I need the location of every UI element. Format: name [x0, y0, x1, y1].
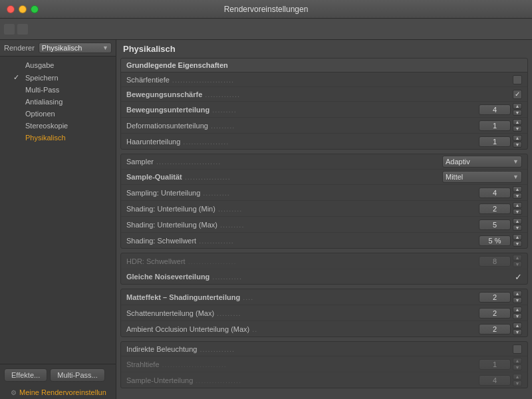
window-controls[interactable]	[7, 5, 39, 13]
stepper-shading-min[interactable]: ▲ ▼	[513, 202, 522, 215]
input-sampling-unterteilung[interactable]: 4	[479, 188, 511, 198]
stepper-down-bewegungsunterteilung[interactable]: ▼	[513, 110, 522, 116]
control-shading-max[interactable]: 5 ▲ ▼	[479, 218, 522, 231]
stepper-bewegungsunterteilung[interactable]: ▲ ▼	[513, 103, 522, 116]
input-shading-max[interactable]: 5	[479, 219, 511, 230]
checkbox-indirekte-beleuchtung[interactable]	[513, 344, 522, 354]
stepper-up-shading-max[interactable]: ▲	[513, 218, 522, 224]
checkbox-schaerfe[interactable]	[513, 75, 522, 84]
control-bewegungsunschaerfe[interactable]: ✓	[513, 90, 522, 99]
input-haarunterteilung[interactable]: 1	[479, 136, 511, 147]
control-shading-schwellwert[interactable]: 5 % ▲ ▼	[479, 234, 522, 247]
stepper-down-shading-max[interactable]: ▼	[513, 225, 522, 231]
stepper-matteffekt[interactable]: ▲ ▼	[513, 291, 522, 303]
stepper-sampling-unterteilung[interactable]: ▲ ▼	[513, 186, 522, 199]
control-matteffekt[interactable]: 2 ▲ ▼	[479, 291, 522, 303]
stepper-up-sampling[interactable]: ▲	[513, 186, 522, 192]
control-strahltiefe[interactable]: 1 ▲ ▼	[479, 358, 522, 370]
sidebar-item-stereoskopie[interactable]: Stereoskopie	[0, 120, 116, 132]
stepper-up-matteffekt[interactable]: ▲	[513, 291, 522, 297]
row-gleiche-noise: Gleiche Noiseverteilung ........... ✓	[121, 269, 527, 284]
row-shading-schwellwert: Shading: Schwellwert ............. 5 % ▲…	[121, 233, 527, 248]
sidebar-item-multipass[interactable]: Multi-Pass	[0, 84, 116, 96]
control-hdr-schwellwert[interactable]: 8 ▲ ▼	[479, 255, 522, 267]
stepper-strahltiefe[interactable]: ▲ ▼	[513, 358, 522, 370]
stepper-up-bewegungsunterteilung[interactable]: ▲	[513, 103, 522, 109]
multi-pass-button[interactable]: Multi-Pass...	[50, 368, 105, 382]
stepper-up-deformationsunterteilung[interactable]: ▲	[513, 119, 522, 125]
stepper-shading-max[interactable]: ▲ ▼	[513, 218, 522, 231]
input-sample-unterteilung[interactable]: 4	[479, 375, 511, 386]
dropdown-sampler[interactable]: Adaptiv ▼	[442, 156, 522, 168]
stepper-schattenunterteilung[interactable]: ▲ ▼	[513, 307, 522, 319]
stepper-up-sample-unterteilung[interactable]: ▲	[513, 374, 522, 380]
stepper-up-strahltiefe[interactable]: ▲	[513, 358, 522, 364]
control-gleiche-noise[interactable]: ✓	[515, 272, 522, 282]
input-bewegungsunterteilung[interactable]: 4	[479, 104, 511, 115]
input-shading-min[interactable]: 2	[479, 203, 511, 214]
checkbox-bewegungsunschaerfe[interactable]: ✓	[513, 90, 522, 99]
close-button[interactable]	[7, 5, 15, 13]
sidebar-item-ausgabe[interactable]: Ausgabe	[0, 59, 116, 71]
stepper-down-sampling[interactable]: ▼	[513, 193, 522, 199]
dropdown-sample-qualitaet[interactable]: Mittel ▼	[442, 171, 522, 183]
stepper-sample-unterteilung[interactable]: ▲ ▼	[513, 374, 522, 386]
input-hdr-schwellwert[interactable]: 8	[479, 256, 511, 267]
stepper-ambient-occlusion[interactable]: ▲ ▼	[513, 323, 522, 335]
toolbar-icon-1[interactable]	[4, 24, 15, 35]
sidebar-item-speichern[interactable]: ✓ Speichern	[0, 71, 116, 84]
stepper-up-haarunterteilung[interactable]: ▲	[513, 135, 522, 141]
effekte-button[interactable]: Effekte...	[4, 368, 47, 382]
control-haarunterteilung[interactable]: 1 ▲ ▼	[479, 135, 522, 148]
row-schaerfe: Schärfentiefe .......................	[121, 72, 527, 87]
sidebar-item-physikalisch[interactable]: Physikalisch	[0, 132, 116, 144]
preset-item[interactable]: ⚙ Meine Rendervoreinstellun	[0, 386, 116, 399]
input-matteffekt[interactable]: 2	[479, 292, 511, 303]
control-ambient-occlusion[interactable]: 2 ▲ ▼	[479, 323, 522, 335]
stepper-up-shading-schwellwert[interactable]: ▲	[513, 234, 522, 240]
stepper-deformationsunterteilung[interactable]: ▲ ▼	[513, 119, 522, 132]
control-sample-unterteilung[interactable]: 4 ▲ ▼	[479, 374, 522, 386]
control-deformationsunterteilung[interactable]: 1 ▲ ▼	[479, 119, 522, 132]
stepper-down-hdr[interactable]: ▼	[513, 261, 522, 267]
stepper-down-shading-schwellwert[interactable]: ▼	[513, 241, 522, 247]
control-schattenunterteilung[interactable]: 2 ▲ ▼	[479, 307, 522, 319]
stepper-hdr-schwellwert[interactable]: ▲ ▼	[513, 255, 522, 267]
stepper-haarunterteilung[interactable]: ▲ ▼	[513, 135, 522, 148]
control-bewegungsunterteilung[interactable]: 4 ▲ ▼	[479, 103, 522, 116]
toolbar-icon-2[interactable]	[17, 24, 28, 35]
stepper-down-sample-unterteilung[interactable]: ▼	[513, 380, 522, 386]
stepper-down-deformationsunterteilung[interactable]: ▼	[513, 126, 522, 132]
control-sampler[interactable]: Adaptiv ▼	[442, 156, 522, 168]
window-title: Rendervoreinstellungen	[224, 5, 309, 14]
stepper-down-ao[interactable]: ▼	[513, 329, 522, 335]
renderer-dropdown[interactable]: Physikalisch ▼	[39, 43, 112, 53]
renderer-value: Physikalisch	[42, 44, 82, 52]
stepper-up-ao[interactable]: ▲	[513, 323, 522, 329]
stepper-up-schatten[interactable]: ▲	[513, 307, 522, 313]
stepper-down-strahltiefe[interactable]: ▼	[513, 364, 522, 370]
input-strahltiefe[interactable]: 1	[479, 359, 511, 370]
input-schattenunterteilung[interactable]: 2	[479, 308, 511, 319]
control-sample-qualitaet[interactable]: Mittel ▼	[442, 171, 522, 183]
sidebar-item-optionen[interactable]: Optionen	[0, 108, 116, 120]
minimize-button[interactable]	[19, 5, 27, 13]
stepper-down-shading-min[interactable]: ▼	[513, 209, 522, 215]
sidebar-item-wrapper-stereoskopie: Stereoskopie	[0, 120, 116, 132]
stepper-up-shading-min[interactable]: ▲	[513, 202, 522, 208]
stepper-shading-schwellwert[interactable]: ▲ ▼	[513, 234, 522, 247]
input-shading-schwellwert[interactable]: 5 %	[479, 235, 511, 246]
control-indirekte-beleuchtung[interactable]	[513, 344, 522, 354]
stepper-up-hdr[interactable]: ▲	[513, 255, 522, 261]
stepper-down-schatten[interactable]: ▼	[513, 313, 522, 319]
stepper-down-haarunterteilung[interactable]: ▼	[513, 142, 522, 148]
stepper-down-matteffekt[interactable]: ▼	[513, 297, 522, 303]
control-sampling-unterteilung[interactable]: 4 ▲ ▼	[479, 186, 522, 199]
input-deformationsunterteilung[interactable]: 1	[479, 120, 511, 131]
maximize-button[interactable]	[31, 5, 39, 13]
sidebar-item-antialiasing[interactable]: Antialiasing	[0, 96, 116, 108]
control-shading-min[interactable]: 2 ▲ ▼	[479, 202, 522, 215]
control-schaerfe[interactable]	[513, 75, 522, 84]
input-ambient-occlusion[interactable]: 2	[479, 324, 511, 334]
row-hdr-schwellwert: HDR: Schwellwert .................. 8 ▲ …	[121, 253, 527, 269]
